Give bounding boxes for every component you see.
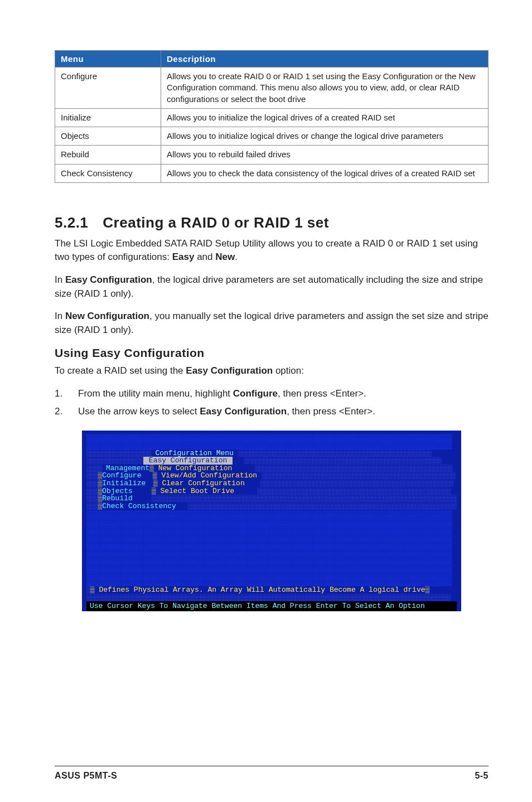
check-consistency-label: Check Consistency [102,503,176,510]
paragraph: In Easy Configuration, the logical drive… [55,273,489,301]
cell-menu: Initialize [55,108,161,127]
easy-config-highlight: Easy Configuration [143,457,233,465]
text: From the utility main menu, highlight [78,388,233,399]
hint-defines-arrays: Defines Physical Arrays. An Array Will A… [95,586,425,594]
cell-menu: Objects [55,127,161,146]
new-config-option: New Configuration [154,465,232,472]
bold-easy-config: Easy Configuration [65,274,152,285]
management-label: Management [101,465,149,472]
clear-config-option: Clear Configuration [158,480,245,487]
text: , then press <Enter>. [278,388,366,399]
text: , then press <Enter>. [287,406,375,417]
col-header-description: Description [161,51,489,67]
cell-desc: Allows you to initialize the logical dri… [161,108,489,127]
view-add-option: View/Add Configuration [157,472,262,480]
configure-label: Configure [102,472,141,480]
cell-menu: Rebuild [55,146,161,164]
select-boot-option: Select Boot Drive [156,487,234,495]
text: The LSI Logic Embedded SATA RAID Setup U… [55,238,478,263]
table-row: Check Consistency Allows you to check th… [55,164,489,182]
bold-text: Easy Configuration [200,406,287,417]
cfg-menu-title: Configuration Menu [151,450,238,457]
page-footer: ASUS P5MT-S 5-5 [0,766,532,781]
section-heading: 5.2.1Creating a RAID 0 or RAID 1 set [55,214,489,231]
table-row: Initialize Allows you to initialize the … [55,108,489,127]
subheading-using-easy: Using Easy Configuration [55,346,489,360]
footer-left: ASUS P5MT-S [55,771,117,781]
hint-navigation: Use Cursor Keys To Navigate Between Item… [90,602,425,610]
text: and [194,252,215,262]
table-row: Objects Allows you to initialize logical… [55,127,489,146]
text: In [55,311,65,321]
cell-menu: Check Consistency [55,164,161,182]
col-header-menu: Menu [55,51,161,67]
table-row: Configure Allows you to create RAID 0 or… [55,67,489,109]
table-row: Rebuild Allows you to rebuild failed dri… [55,146,489,164]
cell-desc: Allows you to initialize logical drives … [161,127,489,146]
bold-easy: Easy [172,252,195,262]
list-item: From the utility main menu, highlight Co… [55,386,489,401]
bold-text: Configure [233,388,278,399]
text: option: [273,365,304,376]
paragraph: The LSI Logic Embedded SATA RAID Setup U… [55,237,489,264]
bios-screenshot: ▓▓▓▓▓▓▓▓▓▓▓▓▓▓▓▓▓▓▓▓▓▓▓▓▓▓▓▓▓▓▓▓▓▓▓▓▓▓▓▓… [82,431,461,611]
paragraph: In New Configuration, you manually set t… [55,310,489,337]
list-item: Use the arrow keys to select Easy Config… [55,404,489,419]
objects-label: Objects [102,487,133,495]
section-title: Creating a RAID 0 or RAID 1 set [103,214,329,231]
cell-desc: Allows you to create RAID 0 or RAID 1 se… [161,67,489,109]
paragraph: To create a RAID set using the Easy Conf… [55,364,489,378]
footer-right: 5-5 [475,771,489,781]
bold-text: Easy Configuration [186,365,273,376]
section-number: 5.2.1 [55,214,88,231]
text: . [235,252,238,262]
menu-description-table: Menu Description Configure Allows you to… [55,50,489,183]
text: To create a RAID set using the [55,365,186,376]
bold-new-config: New Configuration [65,311,149,321]
text: Use the arrow keys to select [78,406,200,417]
initialize-label: Initialize [102,480,146,487]
steps-list: From the utility main menu, highlight Co… [55,386,489,418]
bold-new: New [215,252,235,262]
cell-menu: Configure [55,67,161,109]
cell-desc: Allows you to rebuild failed drives [161,146,489,164]
rebuild-label: Rebuild [102,495,133,503]
text: In [55,274,65,285]
cell-desc: Allows you to check the data consistency… [161,164,489,182]
